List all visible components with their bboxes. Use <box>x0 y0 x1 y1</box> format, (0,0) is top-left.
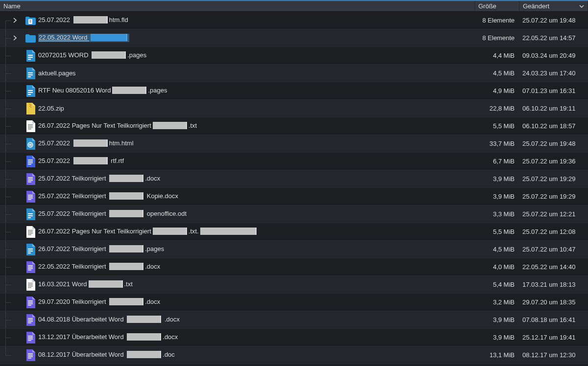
file-row[interactable]: 26.07.2022 Teilkorrigiert .pages4,5 MiB2… <box>0 241 588 258</box>
svg-rect-24 <box>28 162 33 163</box>
svg-rect-11 <box>28 92 33 93</box>
svg-rect-9 <box>28 76 31 77</box>
expand-arrow-icon[interactable] <box>11 34 19 42</box>
column-modified[interactable]: Geändert <box>519 1 588 11</box>
file-name[interactable]: 13.12.2017 Überarbeitet Word .docx <box>37 333 475 342</box>
file-name[interactable]: 16.03.2021 Word.txt <box>37 280 475 289</box>
file-name[interactable]: aktuell.pages <box>37 69 475 77</box>
html-icon <box>24 138 37 150</box>
file-modified: 25.07.22 um 12:08 <box>519 228 588 235</box>
file-name[interactable]: 29.07.2020 Teilkorrigiert .docx <box>37 298 475 306</box>
svg-rect-59 <box>28 322 31 323</box>
txt-icon <box>24 226 37 238</box>
redacted-segment <box>109 175 143 182</box>
tree-guide <box>0 29 24 46</box>
file-name[interactable]: 26.07.2022 Pages Nur Text Teilkorrigiert… <box>37 228 475 236</box>
docx-icon <box>24 314 37 326</box>
svg-rect-39 <box>28 233 33 233</box>
tree-guide <box>0 47 24 64</box>
file-name[interactable]: 22.05.2022 Word <box>37 34 475 42</box>
file-row[interactable]: RTF Neu 08052016 Word.pages4,9 MiB07.01.… <box>0 82 588 100</box>
column-name[interactable]: Name <box>0 1 475 11</box>
file-name[interactable]: 25.07.2022 rtf.rtf <box>37 157 475 165</box>
file-row[interactable]: 16.03.2021 Word.txt5,4 MiB17.03.21 um 18… <box>0 276 588 294</box>
expand-arrow-icon[interactable] <box>11 17 19 24</box>
tree-guide <box>0 206 24 223</box>
file-row[interactable]: 25.07.2022 htm.fld8 Elemente25.07.22 um … <box>0 12 588 29</box>
file-row[interactable]: 22.05.2022 Teilkorrigiert .docx4,0 MiB22… <box>0 258 588 276</box>
column-header: Name Größe Geändert <box>0 0 588 12</box>
tree-guide <box>0 346 24 364</box>
docx-icon <box>24 191 37 203</box>
file-name[interactable]: 04.08.2018 Überarbeitet Word .docx <box>37 316 475 324</box>
file-row[interactable]: 02072015 WORD .pages4,4 MiB09.03.24 um 2… <box>0 47 588 65</box>
svg-rect-48 <box>28 283 33 283</box>
file-row[interactable]: 26.07.2022 Pages Nur Text Teilkorrigiert… <box>0 223 588 241</box>
redacted-segment <box>92 51 126 59</box>
file-row[interactable]: 29.07.2020 Teilkorrigiert .docx3,2 MiB29… <box>0 294 588 311</box>
txt-icon <box>24 279 37 291</box>
redacted-segment <box>73 16 108 23</box>
redacted-segment <box>127 316 161 323</box>
file-name[interactable]: 02072015 WORD .pages <box>37 51 475 60</box>
svg-rect-22 <box>28 160 33 160</box>
svg-rect-49 <box>28 284 33 285</box>
file-name[interactable]: 08.12.2017 Überarbeitet Word .doc <box>37 351 475 359</box>
svg-rect-4 <box>28 55 33 56</box>
file-modified: 22.05.22 um 14:40 <box>519 263 588 271</box>
file-size: 13,1 MiB <box>475 351 519 359</box>
file-row[interactable]: 25.07.2022 Teilkorrigiert openoffice.odt… <box>0 206 588 223</box>
svg-rect-51 <box>28 287 31 288</box>
svg-rect-35 <box>28 215 33 216</box>
redacted-segment <box>127 333 161 341</box>
file-name[interactable]: 26.07.2022 Pages Nur Text Teilkorrigiert… <box>37 122 475 130</box>
file-row[interactable]: 25.07.2022 htm.html33,7 MiB25.07.22 um 1… <box>0 135 588 153</box>
pages-icon <box>24 85 37 97</box>
file-modified: 09.03.24 um 20:49 <box>519 52 588 59</box>
file-row[interactable]: 22.05.zip22,8 MiB06.10.22 um 19:11 <box>0 100 588 117</box>
file-row[interactable]: 26.07.2022 Pages Nur Text Teilkorrigiert… <box>0 117 588 135</box>
file-name[interactable]: 25.07.2022 Teilkorrigiert openoffice.odt <box>37 210 475 218</box>
file-name[interactable]: RTF Neu 08052016 Word.pages <box>37 87 475 95</box>
file-modified: 17.03.21 um 18:13 <box>519 281 588 288</box>
file-name[interactable]: 25.07.2022 Teilkorrigiert Kopie.docx <box>37 192 475 201</box>
file-name[interactable]: 25.07.2022 htm.html <box>37 139 475 148</box>
tree-guide <box>0 188 24 205</box>
svg-rect-60 <box>28 336 33 337</box>
svg-rect-61 <box>28 337 33 338</box>
file-name[interactable]: 25.07.2022 htm.fld <box>37 16 475 24</box>
file-name[interactable]: 22.05.2022 Teilkorrigiert .docx <box>37 263 475 271</box>
file-name[interactable]: 22.05.zip <box>37 105 475 112</box>
svg-rect-10 <box>28 90 33 91</box>
file-size: 3,9 MiB <box>475 334 519 341</box>
file-modified: 25.07.22 um 19:36 <box>519 158 588 165</box>
docx-icon <box>24 332 37 343</box>
svg-rect-31 <box>28 196 33 197</box>
svg-rect-6 <box>28 59 31 60</box>
zip-icon <box>24 103 37 114</box>
svg-rect-8 <box>28 74 33 75</box>
file-row[interactable]: 25.07.2022 Teilkorrigiert .docx3,9 MiB25… <box>0 170 588 188</box>
tree-guide <box>0 135 24 152</box>
svg-rect-37 <box>28 230 33 230</box>
tree-guide <box>0 294 24 311</box>
svg-rect-20 <box>28 129 31 129</box>
file-row[interactable]: 08.12.2017 Überarbeitet Word .doc13,1 Mi… <box>0 346 588 364</box>
file-modified: 22.05.22 um 14:57 <box>519 34 588 42</box>
file-row[interactable]: 04.08.2018 Überarbeitet Word .docx3,9 Mi… <box>0 311 588 329</box>
redacted-segment <box>112 87 146 94</box>
file-row[interactable]: 22.05.2022 Word 8 Elemente22.05.22 um 14… <box>0 29 588 47</box>
odt-icon <box>24 208 37 220</box>
file-row[interactable]: aktuell.pages4,5 MiB24.03.23 um 17:40 <box>0 65 588 82</box>
file-row[interactable]: 13.12.2017 Überarbeitet Word .docx3,9 Mi… <box>0 329 588 346</box>
file-row[interactable]: 25.07.2022 rtf.rtf6,7 MiB25.07.22 um 19:… <box>0 153 588 170</box>
file-row[interactable]: 25.07.2022 Teilkorrigiert Kopie.docx3,9 … <box>0 188 588 206</box>
svg-rect-46 <box>28 268 33 269</box>
file-name[interactable]: 25.07.2022 Teilkorrigiert .docx <box>37 175 475 183</box>
column-size[interactable]: Größe <box>475 1 519 11</box>
docx-icon <box>24 173 37 185</box>
file-name[interactable]: 26.07.2022 Teilkorrigiert .pages <box>37 245 475 253</box>
file-size: 6,7 MiB <box>475 158 519 165</box>
svg-rect-40 <box>28 234 31 235</box>
tree-guide <box>0 223 24 240</box>
